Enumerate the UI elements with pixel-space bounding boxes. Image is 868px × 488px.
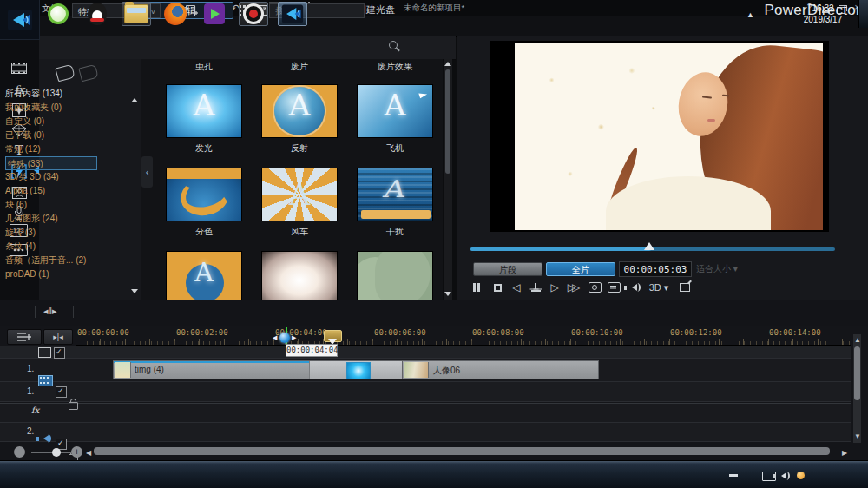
- collapse-panel-button[interactable]: ‹: [141, 156, 153, 188]
- transition-thumb-partial-1[interactable]: A: [166, 251, 242, 300]
- range-select-checkbox[interactable]: [54, 347, 65, 359]
- windows-taskbar: [0, 460, 868, 488]
- tray-ime-bar-icon[interactable]: [729, 474, 738, 477]
- pause-button[interactable]: [469, 280, 484, 294]
- powerdirector-window: 文件 编辑 插件 查看 播放 ↶ ↷ 16:9 ˅ 未命名的新项目* ? × 捕…: [0, 0, 868, 488]
- grid-scrollbar[interactable]: [444, 59, 452, 300]
- scroll-down-icon[interactable]: ▼: [854, 432, 861, 440]
- volume-icon[interactable]: [627, 280, 642, 294]
- taskbar-qq-icon[interactable]: [82, 2, 112, 26]
- clip-timg4[interactable]: timg (4): [113, 360, 402, 379]
- preview-quality-icon[interactable]: [606, 280, 621, 294]
- seek-marker-button[interactable]: [528, 280, 543, 294]
- stop-button[interactable]: [490, 280, 505, 294]
- grid-item-label: 发光: [166, 142, 242, 155]
- clip-name: timg (4): [135, 365, 164, 374]
- clock-date: 2019/3/17: [797, 14, 849, 25]
- transition-thumb-interfere[interactable]: A: [357, 168, 433, 221]
- movie-mode-button[interactable]: 全片: [546, 262, 615, 276]
- grid-item-label: 废片: [261, 61, 338, 73]
- category-geometric[interactable]: 几何图形 (24): [5, 212, 97, 226]
- undock-preview-icon[interactable]: [677, 280, 693, 294]
- range-select-row[interactable]: [0, 346, 851, 359]
- audio-track-1-row[interactable]: [0, 382, 851, 402]
- transition-thumb-separate[interactable]: [166, 168, 242, 221]
- category-scroll-down-icon[interactable]: [131, 289, 138, 293]
- category-special[interactable]: 特殊 (33): [5, 156, 97, 170]
- play-button[interactable]: ▷: [547, 280, 562, 294]
- playhead-tooltip: 00:00:04:04: [286, 344, 338, 357]
- taskbar-browser-icon[interactable]: [43, 2, 73, 26]
- category-all[interactable]: 所有内容 (134): [5, 87, 97, 101]
- category-stripes[interactable]: 条纹 (4): [5, 240, 97, 254]
- audio-track-icon: [43, 435, 49, 442]
- category-downloaded[interactable]: 已下载 (0): [5, 129, 97, 142]
- drag-cursor-orb[interactable]: [279, 333, 290, 343]
- track-lock-icon[interactable]: [69, 402, 78, 410]
- tray-app-icon[interactable]: [797, 472, 805, 479]
- ruler-label: 00:00:14:00: [769, 328, 819, 337]
- vertical-scroll-thumb[interactable]: [854, 346, 860, 400]
- grid-scroll-down-icon[interactable]: [444, 292, 451, 296]
- transition-thumb-partial-2[interactable]: [261, 251, 338, 300]
- category-favorites[interactable]: 我的收藏夹 (0): [5, 101, 97, 115]
- category-custom[interactable]: 自定义 (0): [5, 115, 97, 129]
- split-clip-icon[interactable]: ◂‖▸: [43, 306, 57, 317]
- threed-dropdown[interactable]: 3D ▾: [646, 280, 672, 294]
- track-number: fx: [31, 406, 39, 415]
- zoom-slider-thumb[interactable]: [52, 448, 61, 457]
- transition-thumb-glow[interactable]: A: [166, 84, 242, 138]
- taskbar-firefox-icon[interactable]: [161, 2, 190, 26]
- category-prodad[interactable]: proDAD (1): [5, 267, 97, 281]
- taskbar-recorder-icon[interactable]: [239, 2, 268, 26]
- track-2-row[interactable]: [0, 423, 851, 442]
- scroll-right-icon[interactable]: ▶: [842, 449, 847, 457]
- fast-forward-button[interactable]: ▷▷: [564, 280, 580, 294]
- track-enable-checkbox[interactable]: [56, 386, 67, 398]
- previous-frame-button[interactable]: ◁: [509, 280, 524, 294]
- vertical-scrollbar[interactable]: ▲ ▼: [853, 334, 861, 443]
- taskbar-player-icon[interactable]: [200, 2, 229, 26]
- zoom-out-button[interactable]: −: [14, 446, 25, 458]
- category-block[interactable]: 块 (6): [5, 198, 97, 212]
- range-select-icon[interactable]: [38, 347, 51, 358]
- preview-timecode: 00:00:05:03: [619, 261, 692, 277]
- grid-scroll-up-icon[interactable]: [444, 62, 451, 66]
- tray-show-hidden-icon[interactable]: ▲: [746, 10, 754, 19]
- transition-effect-clip[interactable]: [346, 362, 371, 379]
- transition-thumb-pinwheel[interactable]: A: [261, 168, 338, 221]
- category-scroll-up-icon[interactable]: [131, 98, 138, 102]
- tray-volume-icon[interactable]: [781, 472, 786, 479]
- clip-mode-button[interactable]: 片段: [473, 262, 542, 276]
- scroll-left-icon[interactable]: ◀: [86, 449, 91, 457]
- ruler-label: 00:00:12:00: [670, 328, 720, 337]
- category-rotate[interactable]: 旋转 (3): [5, 226, 97, 240]
- fit-timeline-button[interactable]: ▸|◂: [43, 329, 73, 345]
- taskbar-powerdirector-icon[interactable]: [278, 2, 307, 26]
- clip-portrait06[interactable]: 人像06: [402, 360, 599, 379]
- category-3d[interactable]: 3D/类 3D (34): [5, 170, 97, 184]
- zoom-in-button[interactable]: +: [71, 446, 82, 458]
- category-alpha[interactable]: Alpha (15): [5, 184, 97, 198]
- drag-cursor-left-arrow: ◀: [273, 334, 277, 341]
- media-room-icon[interactable]: [10, 59, 29, 76]
- search-icon[interactable]: [389, 41, 398, 49]
- category-general[interactable]: 常规 (12): [5, 142, 97, 156]
- preview-seek-thumb[interactable]: [644, 242, 654, 250]
- show-desktop-button[interactable]: [858, 0, 868, 28]
- grid-item-label: 飞机: [357, 142, 433, 155]
- track-manager-button[interactable]: [7, 329, 42, 345]
- clip-thumbnail: [115, 362, 131, 378]
- taskbar-explorer-icon[interactable]: [122, 2, 151, 26]
- taskbar-clock[interactable]: 16:32 2019/3/17: [797, 3, 849, 25]
- transition-thumb-reflect[interactable]: A: [261, 84, 338, 138]
- transition-thumb-partial-3[interactable]: [357, 251, 433, 300]
- scroll-up-icon[interactable]: ▲: [854, 336, 861, 344]
- horizontal-scrollbar[interactable]: [94, 447, 830, 455]
- category-audio[interactable]: 音频（适用于音... (2): [5, 254, 97, 267]
- track-number: 1.: [27, 386, 34, 396]
- zoom-slider-track[interactable]: [31, 452, 71, 453]
- snapshot-camera-icon[interactable]: [587, 280, 602, 294]
- transition-thumb-plane[interactable]: A: [357, 84, 433, 138]
- fx-track-row[interactable]: [0, 403, 851, 423]
